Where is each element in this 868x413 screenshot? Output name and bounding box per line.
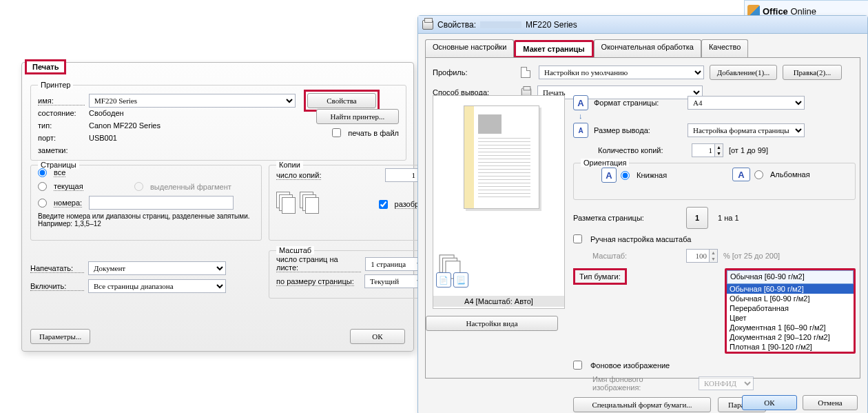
find-printer-button[interactable]: Найти принтер... [316,109,399,124]
preview-caption: A4 [Масштаб: Авто] [433,296,564,307]
papertype-option[interactable]: Переработанная [727,303,854,313]
tab-layout[interactable]: Макет страницы [514,40,593,58]
printer-name-label: имя: [38,97,85,105]
page-size-icon: A [573,95,588,110]
watermark-label: Фоновое изображение [590,361,670,370]
pages-all-radio[interactable] [38,168,47,177]
printer-notes-label: заметки: [38,146,85,154]
portrait-icon: A [601,168,617,183]
papertype-option[interactable]: Документная 1 [60–90 г/м2] [727,323,854,332]
custom-paper-button[interactable]: Специальный формат бумаги... [573,397,711,412]
papertype-dropdown[interactable]: Обычная [60-90 г/м2] Обычная [60-90 г/м2… [725,268,856,354]
manual-scale-check[interactable] [573,234,582,243]
tab-finish[interactable]: Окончательная обработка [594,39,701,57]
printer-port-label: порт: [38,134,85,142]
scale-label: Масштаб: [592,252,681,260]
profile-edit-button[interactable]: Правка(2)... [783,65,842,80]
scale-range: % [от 25 до 200] [723,252,780,260]
print-to-file-label: печать в файл [348,129,399,137]
collate-preview-icon [276,192,319,215]
page-preview: 📄 📃 A4 [Масштаб: Авто] [433,95,565,309]
fit-label: по размеру страницы: [276,277,354,286]
properties-button[interactable]: Свойства [307,93,376,108]
pps-label: число страниц на листе: [276,255,361,272]
copies-group: Копии число копий: ▲▼ разобрат [269,165,434,241]
preview-landscape-icon[interactable]: 📃 [453,272,468,288]
include-label: Включить: [30,282,84,291]
include-select[interactable]: Все страницы диапазона [88,279,226,293]
copies-input[interactable] [692,143,715,157]
copies-count-input[interactable] [385,168,418,182]
layout-tab-panel: Профиль: Настройки по умолчанию Добавлен… [425,57,860,379]
portrait-radio[interactable] [621,171,630,180]
preview-portrait-icon[interactable]: 📄 [436,272,451,288]
output-size-select[interactable]: Настройка формата страницы [688,123,805,137]
watermark-name-select: КОНФИД [699,376,754,390]
print-dialog: Печать Принтер имя: MF220 Series Свойств… [21,62,414,352]
copies-label: Количество копий: [598,146,686,154]
manual-scale-label: Ручная настройка масштаба [590,235,691,243]
preview-page-thumb [464,105,539,209]
printer-properties-dialog: Свойства: MF220 Series Основные настройк… [417,15,868,413]
printer-name-select[interactable]: MF220 Series [89,94,296,108]
view-settings-button[interactable]: Настройки вида [426,316,558,331]
layout-value: 1 на 1 [718,214,739,222]
scale-spinner: ▲▼ [710,249,718,263]
print-to-file-check[interactable] [332,128,341,137]
props-ok-button[interactable]: ОК [742,395,797,410]
output-size-label: Размер вывода: [594,126,682,134]
printer-state-label: состояние: [38,109,85,117]
papertype-option[interactable]: Плотная 1 [90-120 г/м2] [727,342,854,352]
printer-state-value: Свободен [89,109,124,117]
properties-title-label: Свойства: [437,20,476,30]
pages-current-radio[interactable] [38,182,47,191]
properties-tabs: Основные настройки Макет страницы Оконча… [425,39,860,57]
scale-input [686,249,710,263]
printwhat-label: Напечатать: [30,264,84,273]
pages-numbers-input[interactable] [89,196,234,210]
pages-hint: Введите номера или диапазоны страниц, ра… [38,212,254,228]
papertype-label: Тип бумаги: [573,268,627,285]
arrow-down-icon: ↓ [579,112,856,120]
papertype-option[interactable]: Цвет [727,313,854,323]
page-size-select[interactable]: A4 [688,96,805,110]
properties-title-device: MF220 Series [526,20,577,30]
scale-legend: Масштаб [276,246,314,254]
tab-quality[interactable]: Качество [701,39,749,57]
copies-count-label: число копий: [276,171,321,180]
layout-icon[interactable]: 1 [686,207,708,229]
tab-basic[interactable]: Основные настройки [425,39,514,57]
pages-selection-radio [134,182,143,191]
printer-type-label: тип: [38,121,85,130]
print-ok-button[interactable]: ОК [350,329,405,344]
pages-all-label: все [54,168,65,177]
profile-icon [521,67,530,78]
page-size-label: Формат страницы: [594,99,682,107]
papertype-option[interactable]: Обычная [60-90 г/м2] [727,284,854,294]
papertype-option[interactable]: Документная 2 [90–120 г/м2] [727,332,854,342]
params-button[interactable]: Параметры... [30,329,90,344]
profile-add-button[interactable]: Добавление(1)... [710,65,777,80]
pages-current-label: текущая [54,182,83,191]
print-dialog-title: Печать [25,59,66,74]
collate-check[interactable] [379,200,388,209]
landscape-icon: A [732,168,750,181]
printer-port-value: USB001 [89,134,117,142]
props-cancel-button[interactable]: Отмена [803,395,858,410]
printer-type-value: Canon MF220 Series [89,121,161,130]
output-size-icon: A [573,123,588,138]
printer-group: Принтер имя: MF220 Series Свойства состо… [30,85,406,161]
watermark-check[interactable] [573,361,582,370]
copies-spinner[interactable]: ▲▼ [715,143,723,157]
printwhat-select[interactable]: Документ [88,261,226,275]
profile-select[interactable]: Настройки по умолчанию [539,66,704,79]
landscape-radio[interactable] [754,170,763,179]
pages-selection-label: выделенный фрагмент [150,183,231,191]
printer-icon [422,20,433,30]
papertype-current[interactable]: Обычная [60-90 г/м2] [727,270,854,284]
properties-titlebar: Свойства: MF220 Series [418,16,867,34]
layout-label: Разметка страницы: [573,214,681,222]
scale-group: Масштаб число страниц на листе: 1 страни… [269,250,434,299]
pages-numbers-radio[interactable] [38,199,47,208]
papertype-option[interactable]: Обычная L [60-90 г/м2] [727,294,854,303]
